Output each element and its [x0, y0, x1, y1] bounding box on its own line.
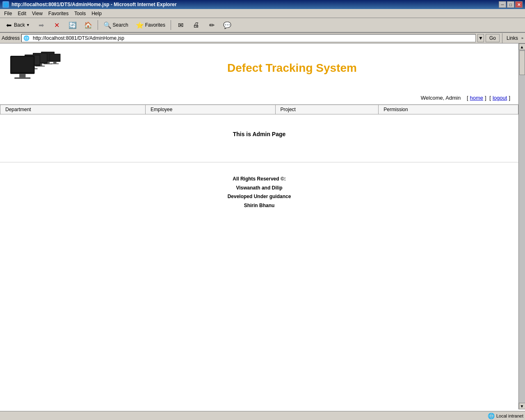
menu-favorites[interactable]: Favorites: [46, 10, 71, 17]
stop-icon: ✕: [53, 21, 61, 29]
separator: [: [488, 95, 491, 101]
address-url[interactable]: http://localhost:8081/DTS/AdminHome.jsp: [31, 35, 474, 41]
vertical-scrollbar[interactable]: ▲ ▼: [518, 43, 525, 409]
browser-icon: 🌐: [2, 1, 9, 8]
menu-view[interactable]: View: [30, 10, 45, 17]
edit-icon: ✏: [208, 21, 216, 29]
svg-rect-15: [14, 78, 30, 79]
print-button[interactable]: 🖨: [189, 19, 203, 31]
menu-help[interactable]: Help: [89, 10, 104, 17]
scroll-up-button[interactable]: ▲: [519, 43, 525, 50]
address-page-icon: 🌐: [23, 35, 30, 41]
home-button[interactable]: 🏠: [81, 19, 95, 31]
welcome-bar: Welcome, Admin [ home ] [ logout ]: [0, 93, 518, 105]
content-area: This is Admin Page: [0, 114, 518, 154]
svg-rect-18: [53, 62, 57, 64]
search-button[interactable]: 🔍 Search: [100, 19, 131, 31]
admin-message: This is Admin Page: [233, 131, 286, 137]
scroll-down-button[interactable]: ▼: [519, 403, 525, 409]
monitors-svg: [8, 50, 74, 87]
nav-project[interactable]: Project: [275, 105, 379, 114]
address-bar: Address 🌐 http://localhost:8081/DTS/Admi…: [0, 33, 525, 43]
browser-content: Defect Tracking System Welcome, Admin [ …: [0, 43, 525, 409]
mail-button[interactable]: ✉: [173, 19, 187, 31]
menu-file[interactable]: File: [2, 10, 14, 17]
stop-button[interactable]: ✕: [50, 19, 64, 31]
nav-department[interactable]: Department: [0, 105, 146, 114]
page-footer: All Rights Reserved ©: Viswanath and Dil…: [0, 171, 518, 214]
address-input-container[interactable]: 🌐 http://localhost:8081/DTS/AdminHome.js…: [21, 34, 476, 42]
svg-rect-14: [19, 74, 25, 78]
messenger-icon: 💬: [223, 21, 231, 29]
welcome-text: Welcome, Admin: [421, 95, 461, 101]
favorites-label: Favorites: [145, 22, 165, 28]
footer-line4: Shirin Bhanu: [8, 201, 510, 210]
svg-rect-19: [51, 64, 59, 64]
open-bracket-home: [: [462, 95, 468, 101]
search-icon: 🔍: [103, 21, 112, 29]
back-icon: ⬅: [5, 21, 13, 29]
minimize-button[interactable]: ─: [499, 1, 506, 8]
title-bar-buttons[interactable]: ─ □ ✕: [499, 1, 523, 8]
header-title-area: Defect Tracking System: [74, 62, 510, 75]
maximize-button[interactable]: □: [507, 1, 514, 8]
menu-bar: File Edit View Favorites Tools Help: [0, 9, 525, 18]
address-dropdown[interactable]: ▼: [477, 34, 484, 42]
scroll-track[interactable]: [519, 50, 525, 403]
toolbar-sep-2: [171, 20, 171, 30]
back-dropdown-icon[interactable]: ▼: [26, 23, 30, 27]
refresh-icon: 🔄: [68, 21, 77, 29]
messenger-button[interactable]: 💬: [220, 19, 234, 31]
links-button[interactable]: Links: [505, 34, 520, 42]
svg-rect-13: [11, 57, 34, 72]
print-icon: 🖨: [192, 21, 200, 29]
horizontal-rule: [0, 162, 518, 162]
title-bar-left: 🌐 http://localhost:8081/DTS/AdminHome.js…: [2, 1, 177, 8]
edit-button[interactable]: ✏: [205, 19, 219, 31]
logo-area: [8, 50, 74, 87]
toolbar: ⬅ Back ▼ ➡ ✕ 🔄 🏠 🔍 Search ⭐ Favorites ✉ …: [0, 18, 525, 33]
footer-line2: Viswanath and Dilip: [8, 184, 510, 193]
footer-line3: Developed Under guidance: [8, 192, 510, 201]
footer-line1: All Rights Reserved ©:: [8, 175, 510, 184]
toolbar-sep-1: [98, 20, 98, 30]
app-title: Defect Tracking System: [227, 62, 357, 75]
favorites-icon: ⭐: [136, 21, 144, 29]
logout-link[interactable]: logout: [493, 95, 507, 101]
nav-employee[interactable]: Employee: [146, 105, 275, 114]
title-bar-text: http://localhost:8081/DTS/AdminHome.jsp …: [11, 2, 177, 7]
nav-menu-table: Department Employee Project Permission: [0, 105, 518, 114]
back-label: Back: [14, 22, 25, 28]
forward-button[interactable]: ➡: [34, 19, 48, 31]
search-label: Search: [113, 22, 128, 28]
favorites-button[interactable]: ⭐ Favorites: [133, 19, 168, 31]
close-bracket-home: ]: [485, 95, 486, 101]
go-button[interactable]: Go: [486, 34, 500, 42]
menu-tools[interactable]: Tools: [72, 10, 88, 17]
page-wrapper: Defect Tracking System Welcome, Admin [ …: [0, 43, 518, 249]
menu-edit[interactable]: Edit: [15, 10, 29, 17]
address-label: Address: [2, 35, 20, 41]
svg-rect-3: [43, 64, 52, 64]
main-content-area: Defect Tracking System Welcome, Admin [ …: [0, 43, 518, 409]
svg-rect-17: [50, 55, 60, 61]
forward-icon: ➡: [37, 21, 46, 29]
home-link[interactable]: home: [470, 95, 484, 101]
scroll-thumb[interactable]: [519, 50, 525, 75]
back-button[interactable]: ⬅ Back ▼: [2, 19, 33, 31]
addr-sep: [502, 33, 502, 43]
close-bracket-logout: ]: [509, 95, 510, 101]
home-icon: 🏠: [84, 21, 92, 29]
nav-permission[interactable]: Permission: [379, 105, 518, 114]
title-bar: 🌐 http://localhost:8081/DTS/AdminHome.js…: [0, 0, 525, 9]
page-header: Defect Tracking System: [0, 43, 518, 93]
mail-icon: ✉: [176, 21, 185, 29]
links-expand-icon[interactable]: »: [521, 36, 523, 40]
close-button[interactable]: ✕: [515, 1, 523, 8]
refresh-button[interactable]: 🔄: [66, 19, 80, 31]
